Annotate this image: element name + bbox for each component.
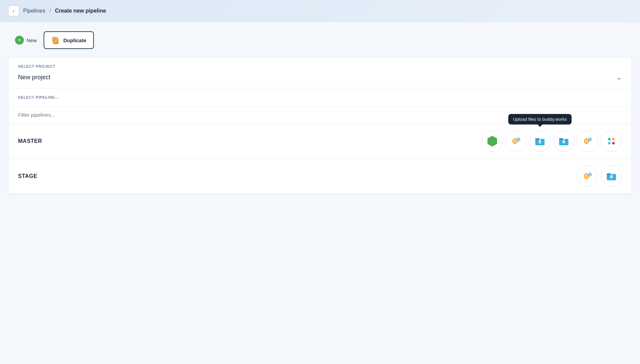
svg-rect-36 <box>610 140 612 142</box>
duplicate-icon <box>51 35 61 45</box>
svg-rect-24 <box>586 138 587 139</box>
svg-point-31 <box>589 139 590 140</box>
svg-point-21 <box>563 142 564 143</box>
svg-point-15 <box>518 139 519 140</box>
master-icon-upload-1[interactable]: Upload files to buddy.works <box>529 131 550 152</box>
svg-point-46 <box>589 174 590 175</box>
svg-point-23 <box>586 140 587 142</box>
select-pipeline-label: SELECT PIPELINE... <box>18 95 622 99</box>
master-icon-gear-1[interactable] <box>506 131 527 152</box>
breadcrumb-separator: / <box>49 8 51 14</box>
breadcrumb-current: Create new pipeline <box>55 8 106 14</box>
chevron-down-icon: ⌄ <box>616 73 622 81</box>
stage-icon-gear-1[interactable] <box>577 166 598 187</box>
tab-duplicate-label: Duplicate <box>63 37 86 43</box>
branch-name-stage: STAGE <box>18 173 37 179</box>
stage-pipeline-icons <box>577 166 622 187</box>
back-button[interactable]: ‹ <box>8 5 19 16</box>
svg-rect-33 <box>612 138 615 140</box>
tab-new-label: New <box>27 37 37 43</box>
svg-rect-40 <box>586 178 587 179</box>
new-plus-icon: + <box>15 36 24 45</box>
filter-section <box>9 106 631 124</box>
main-content: + New Duplicate S <box>0 22 640 364</box>
branch-row-stage: STAGE <box>9 159 631 194</box>
svg-rect-9 <box>514 143 515 144</box>
stage-icon-upload-1[interactable] <box>601 166 622 187</box>
master-icon-slack[interactable] <box>601 131 622 152</box>
svg-marker-5 <box>488 136 497 147</box>
back-icon: ‹ <box>13 8 15 14</box>
master-icon-upload-2[interactable] <box>553 131 574 152</box>
tab-duplicate[interactable]: Duplicate <box>44 31 94 49</box>
select-pipeline-section: SELECT PIPELINE... <box>9 88 631 106</box>
svg-rect-35 <box>612 142 615 145</box>
select-project-section: SELECT PROJECT New project ⌄ <box>9 57 631 88</box>
project-dropdown[interactable]: New project ⌄ <box>18 73 622 81</box>
project-value: New project <box>18 74 50 81</box>
header: ‹ Pipelines / Create new pipeline <box>0 0 640 22</box>
branch-name-master: MASTER <box>18 138 42 144</box>
svg-rect-39 <box>586 173 587 174</box>
tab-new[interactable]: + New <box>8 32 44 48</box>
svg-point-49 <box>611 177 612 178</box>
filter-pipelines-input[interactable] <box>18 112 622 118</box>
master-icon-hexagon[interactable] <box>482 131 503 152</box>
svg-point-18 <box>540 142 541 143</box>
master-icon-gear-2[interactable] <box>577 131 598 152</box>
svg-rect-8 <box>514 138 515 139</box>
svg-rect-25 <box>586 143 587 144</box>
tabs-bar: + New Duplicate <box>8 31 632 49</box>
breadcrumb-parent: Pipelines <box>23 8 45 14</box>
branch-row-master: MASTER <box>9 124 631 159</box>
pipeline-card: SELECT PROJECT New project ⌄ SELECT PIPE… <box>8 57 632 194</box>
svg-point-38 <box>586 175 587 177</box>
master-pipeline-icons: Upload files to buddy.works <box>482 131 622 152</box>
select-project-label: SELECT PROJECT <box>18 64 622 68</box>
svg-point-7 <box>514 140 516 142</box>
svg-rect-32 <box>608 138 611 140</box>
svg-rect-34 <box>608 142 611 145</box>
